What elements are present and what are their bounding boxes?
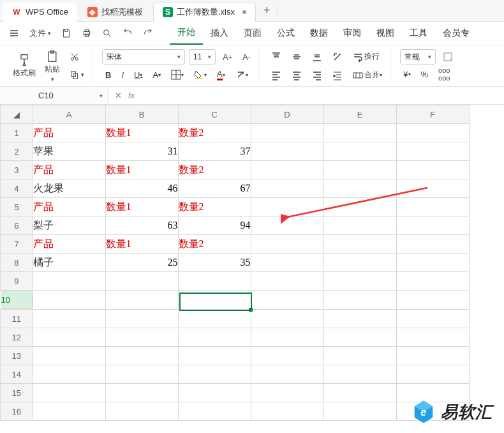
col-header-a[interactable]: A — [33, 105, 105, 124]
cell[interactable] — [178, 328, 251, 347]
paste-button[interactable]: 粘贴▾ — [42, 49, 63, 84]
cell[interactable] — [323, 124, 396, 142]
cell[interactable] — [323, 179, 396, 198]
strikethrough-button[interactable]: A▾ — [149, 68, 164, 82]
preview-icon[interactable] — [98, 26, 116, 41]
cell[interactable] — [396, 328, 469, 347]
cell[interactable] — [323, 310, 396, 328]
cell[interactable] — [33, 272, 105, 291]
cell[interactable]: 数量1 — [105, 198, 178, 216]
cell[interactable] — [323, 161, 396, 179]
cell[interactable]: 梨子 — [33, 216, 105, 235]
cell[interactable] — [105, 272, 178, 291]
align-bottom-icon[interactable] — [309, 50, 325, 64]
row-header[interactable]: 6 — [1, 216, 33, 235]
name-box[interactable]: C10 ▾ — [0, 87, 108, 104]
cell[interactable] — [251, 347, 323, 365]
tab-formula[interactable]: 公式 — [269, 22, 302, 44]
cell[interactable] — [396, 254, 469, 272]
redo-icon[interactable] — [139, 26, 157, 41]
cell[interactable]: 橘子 — [33, 254, 105, 272]
row-header[interactable]: 16 — [1, 402, 33, 421]
align-top-icon[interactable] — [268, 50, 285, 64]
cell[interactable] — [323, 402, 396, 421]
cell[interactable] — [396, 198, 469, 216]
undo-icon[interactable] — [119, 26, 137, 41]
cell[interactable]: 94 — [178, 216, 251, 235]
cell[interactable]: 数量1 — [105, 124, 178, 142]
row-header[interactable]: 7 — [1, 235, 33, 254]
fx-icon[interactable]: fx — [128, 91, 135, 100]
cell[interactable] — [33, 291, 105, 310]
row-header[interactable]: 13 — [1, 347, 33, 365]
cell[interactable] — [105, 328, 178, 347]
cell[interactable] — [323, 198, 396, 216]
tab-insert[interactable]: 插入 — [203, 22, 236, 44]
cell[interactable]: 数量1 — [105, 161, 178, 179]
cell[interactable] — [251, 216, 323, 235]
print-icon[interactable] — [78, 26, 96, 41]
clear-format-icon[interactable]: ▾ — [232, 68, 251, 82]
cell[interactable] — [178, 272, 251, 291]
row-header[interactable]: 9 — [1, 272, 33, 291]
cell[interactable]: 产品 — [33, 235, 105, 254]
copy-icon[interactable]: ▾ — [66, 68, 87, 82]
thousands-button[interactable]: oooooo — [435, 65, 453, 84]
tab-data[interactable]: 数据 — [302, 22, 336, 44]
bold-button[interactable]: B — [102, 68, 114, 82]
app-tab-template[interactable]: ◆ 找稻壳模板 — [78, 3, 152, 22]
row-header[interactable]: 8 — [1, 254, 33, 272]
row-header[interactable]: 1 — [1, 124, 33, 142]
cell[interactable] — [33, 384, 105, 402]
decrease-font-icon[interactable]: A- — [239, 50, 253, 64]
cell[interactable] — [396, 216, 469, 235]
cell[interactable] — [178, 347, 251, 365]
cell[interactable]: 67 — [178, 179, 251, 198]
cell[interactable] — [396, 124, 469, 142]
cancel-icon[interactable]: ✕ — [115, 91, 122, 100]
cell[interactable] — [105, 291, 178, 310]
cell[interactable] — [105, 310, 178, 328]
cell[interactable]: 37 — [178, 142, 251, 161]
cell[interactable] — [178, 310, 251, 328]
cell[interactable] — [323, 328, 396, 347]
percent-button[interactable]: % — [418, 68, 432, 81]
cell[interactable] — [323, 384, 396, 402]
col-header-b[interactable]: B — [105, 105, 178, 124]
border-button[interactable]: ▾ — [168, 68, 187, 82]
col-header-f[interactable]: F — [396, 105, 469, 124]
cell[interactable] — [396, 179, 469, 198]
fill-color-button[interactable]: ▾ — [191, 68, 210, 82]
align-right-icon[interactable] — [309, 68, 325, 82]
cell[interactable] — [396, 310, 469, 328]
cell[interactable] — [251, 365, 323, 384]
italic-button[interactable]: I — [118, 68, 127, 82]
cell[interactable]: 产品 — [33, 124, 105, 142]
cell[interactable] — [178, 291, 251, 310]
row-header[interactable]: 3 — [1, 161, 33, 179]
cell[interactable] — [251, 161, 323, 179]
row-header[interactable]: 4 — [1, 179, 33, 198]
cell[interactable] — [396, 235, 469, 254]
cell[interactable] — [251, 328, 323, 347]
row-header[interactable]: 12 — [1, 328, 33, 347]
cell[interactable] — [323, 365, 396, 384]
col-header-d[interactable]: D — [251, 105, 323, 124]
cell[interactable] — [396, 347, 469, 365]
wrap-button[interactable]: 换行 — [350, 49, 383, 64]
cell[interactable] — [251, 124, 323, 142]
col-header-e[interactable]: E — [323, 105, 396, 124]
font-size-select[interactable]: 11▾ — [189, 49, 216, 65]
tab-view[interactable]: 视图 — [369, 22, 402, 44]
tab-home[interactable]: 开始 — [170, 22, 203, 45]
grid-table[interactable]: ◢ A B C D E F 1产品数量1数量2 2苹果3137 3产品数量1数量… — [0, 105, 470, 421]
cell[interactable]: 火龙果 — [33, 179, 105, 198]
cell[interactable] — [251, 235, 323, 254]
cell[interactable] — [323, 347, 396, 365]
cell[interactable]: 25 — [105, 254, 178, 272]
cell[interactable] — [251, 291, 323, 310]
cell[interactable] — [323, 216, 396, 235]
format-painter-button[interactable]: 格式刷 — [10, 52, 38, 80]
cell[interactable]: 数量1 — [105, 235, 178, 254]
cell[interactable] — [105, 402, 178, 421]
